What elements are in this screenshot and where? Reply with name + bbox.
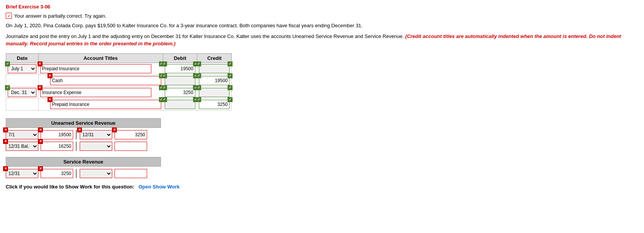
exercise-title: Brief Exercise 3-06 <box>6 4 638 10</box>
t-select-sr-r1-l[interactable]: 12/31 7/1 <box>6 169 38 178</box>
t-input-sr-r1-r[interactable] <box>115 169 147 178</box>
x-badge-account-row3[interactable]: ✕ <box>38 85 43 90</box>
show-work-section: Click if you would like to Show Work for… <box>6 184 638 190</box>
table-row: ✓ Dec. 31 July 1 ✕ ✓ ✓ ✓ <box>6 86 232 98</box>
t-accounts-section: Unearned Service Revenue ✕ 7/1 12/31 12/… <box>6 118 161 178</box>
x-t-sr-r1-val-l[interactable]: ✕ <box>38 166 43 171</box>
x-t-ul-r1-val-r[interactable]: ✕ <box>112 127 117 132</box>
col-header-debit: Debit <box>163 53 197 63</box>
t-account-header-unearned: Unearned Service Revenue <box>6 118 161 128</box>
journal-table: Date Account Titles Debit Credit ✓ July … <box>6 53 232 111</box>
x-badge-account-row1[interactable]: ✕ <box>38 61 43 66</box>
check-badge-debit-row4: ✓ <box>162 97 167 102</box>
col-header-credit: Credit <box>197 53 232 63</box>
t-account-header-service: Service Revenue <box>6 157 161 167</box>
account-input-row4[interactable] <box>50 100 161 109</box>
check-badge-credit-row1: ✓ <box>196 61 201 66</box>
credit-input-row1[interactable] <box>199 64 229 73</box>
partial-correct-text: Your answer is partially correct. Try ag… <box>14 13 107 19</box>
date-select-row3[interactable]: Dec. 31 July 1 <box>8 88 36 97</box>
credit-input-row2[interactable] <box>199 76 229 85</box>
check-badge-debit-row1: ✓ <box>162 61 167 66</box>
credit-input-row3[interactable] <box>199 88 229 97</box>
open-show-work-link[interactable]: Open Show Work <box>138 184 179 190</box>
check-badge-credit2-row1: ✓ <box>228 61 233 66</box>
account-input-row1[interactable] <box>40 64 151 73</box>
t-select-ul-r2-l[interactable]: 12/31 Bal. 7/1 12/31 <box>6 142 38 151</box>
table-row: ✕ ✓ ✓ ✓ ✓ ✓ <box>6 98 232 110</box>
account-input-row3[interactable] <box>40 88 151 97</box>
x-t-ul-r1-date-r[interactable]: ✕ <box>77 127 82 132</box>
check-badge-credit2-row4: ✓ <box>228 97 233 102</box>
col-header-date: Date <box>6 53 39 63</box>
t-select-ul-r1-l[interactable]: 7/1 12/31 12/31 Bal. <box>6 130 38 139</box>
t-input-ul-r1-r[interactable] <box>115 130 147 139</box>
check-badge-credit2-row2: ✓ <box>228 73 233 78</box>
table-row: ✕ ✓ ✓ ✓ ✓ ✓ <box>6 74 232 86</box>
x-t-ul-r1-val-l[interactable]: ✕ <box>38 127 43 132</box>
x-t-ul-r2-date-l[interactable]: ✕ <box>3 139 8 144</box>
check-badge-credit2-row3: ✓ <box>228 85 233 90</box>
t-select-ul-r1-r[interactable]: 12/31 7/1 <box>80 130 112 139</box>
check-badge-credit-row3: ✓ <box>196 85 201 90</box>
check-badge-credit-row2: ✓ <box>196 73 201 78</box>
debit-input-row3[interactable] <box>165 88 195 97</box>
debit-input-row4[interactable] <box>165 100 195 109</box>
account-input-row2[interactable] <box>50 76 161 85</box>
x-badge-account-row4[interactable]: ✕ <box>48 97 52 102</box>
instructions-plain: Journalize and post the entry on July 1 … <box>6 33 404 39</box>
t-account-unearned: Unearned Service Revenue ✕ 7/1 12/31 12/… <box>6 118 161 151</box>
t-input-ul-r2-r[interactable] <box>115 142 147 151</box>
check-badge-credit-row4: ✓ <box>196 97 201 102</box>
t-input-sr-r1-l[interactable] <box>41 169 73 178</box>
outer-check-row1: ✓ <box>5 61 10 66</box>
table-row: ✓ July 1 Dec. 31 ✕ ✓ ✓ ✓ <box>6 63 232 74</box>
instructions-text: Journalize and post the entry on July 1 … <box>6 33 638 48</box>
show-work-label: Click if you would like to Show Work for… <box>6 184 134 190</box>
t-input-ul-r1-l[interactable] <box>41 130 73 139</box>
x-badge-account-row2[interactable]: ✕ <box>48 73 52 78</box>
col-header-account: Account Titles <box>38 53 163 63</box>
x-t-ul-r2-val-l[interactable]: ✕ <box>38 139 43 144</box>
t-account-service-revenue: Service Revenue ✕ 12/31 7/1 ✕ <box>6 157 161 178</box>
check-badge-debit-row2: ✓ <box>162 73 167 78</box>
date-select-row1[interactable]: July 1 Dec. 31 <box>8 64 36 73</box>
debit-input-row1[interactable] <box>165 64 195 73</box>
debit-input-row2[interactable] <box>165 76 195 85</box>
partial-correct-icon: ✓ <box>6 13 12 19</box>
outer-check-row3: ✓ <box>5 85 10 90</box>
t-select-sr-r1-r[interactable] <box>80 169 112 178</box>
problem-text: On July 1, 2020, Pina Colada Corp. pays … <box>6 22 638 30</box>
check-badge-debit-row3: ✓ <box>162 85 167 90</box>
credit-input-row4[interactable] <box>199 100 229 109</box>
x-t-sr-r1-date-l[interactable]: ✕ <box>3 166 8 171</box>
t-select-ul-r2-r[interactable] <box>80 142 112 151</box>
t-input-ul-r2-l[interactable] <box>41 142 73 151</box>
x-t-ul-r1-date-l[interactable]: ✕ <box>3 127 8 132</box>
